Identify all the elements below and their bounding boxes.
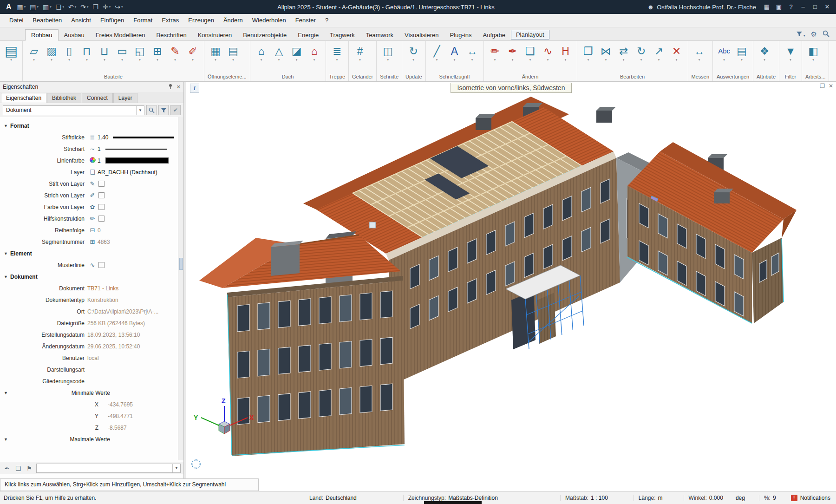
ribbon-btn-wall[interactable]: ▱▾: [25, 42, 43, 62]
favorites-combobox[interactable]: ▼: [36, 464, 181, 473]
ribbon-btn-anchor-red[interactable]: H▾: [557, 42, 575, 62]
status-field-land[interactable]: Land:Deutschland: [305, 495, 357, 501]
open-layout-icon[interactable]: ▤▾: [28, 1, 40, 13]
panel-tab-layer[interactable]: Layer: [113, 93, 137, 103]
panel-tab-connect[interactable]: Connect: [82, 93, 113, 103]
ribbon-btn-abc-text[interactable]: Abc▾: [715, 42, 733, 62]
folder-icon[interactable]: ❏: [14, 465, 22, 472]
info-icon[interactable]: i: [190, 84, 199, 93]
undo-icon[interactable]: ↶▾: [66, 1, 78, 13]
prop-value[interactable]: AR_DACHH (Dachhaut): [98, 169, 157, 176]
ribbon-btn-roof-hip[interactable]: ⌂▾: [253, 42, 270, 62]
ribbon-tab-beschriften[interactable]: Beschriften: [151, 30, 192, 40]
subsection-header-minimale-werte[interactable]: ▼Minimale Werte: [0, 387, 183, 399]
ribbon-btn-ceiling-grid[interactable]: ⊞▾: [149, 42, 166, 62]
section-header-format[interactable]: ▼Format: [0, 120, 183, 131]
ribbon-tab-tragwerk[interactable]: Tragwerk: [324, 30, 360, 40]
ribbon-btn-copy[interactable]: ❐▾: [580, 42, 597, 62]
status-field-[interactable]: %:9: [759, 495, 776, 501]
status-field-winkel[interactable]: Winkel:0.000deg: [684, 495, 745, 501]
ribbon-btn-mirror[interactable]: ⇄▾: [615, 42, 633, 62]
panel-tab-bibliothek[interactable]: Bibliothek: [47, 93, 81, 103]
ribbon-btn-roof-covering-red[interactable]: ⌂▾: [306, 42, 323, 62]
subsection-header-maximale-werte[interactable]: ▼Maximale Werte: [0, 433, 183, 445]
menu-extras[interactable]: Extras: [157, 14, 183, 27]
ribbon-btn-properties-big[interactable]: ▤▾: [2, 42, 20, 62]
notifications-button[interactable]: ! Notifications: [791, 495, 830, 501]
favorite-flag-icon[interactable]: ⚑: [25, 465, 33, 472]
allplan-logo[interactable]: A: [3, 3, 15, 11]
filter-funnel-icon[interactable]: [158, 105, 169, 115]
redo-icon[interactable]: ↷▾: [78, 1, 90, 13]
help-icon[interactable]: ?: [785, 1, 797, 13]
ribbon-btn-dimension[interactable]: ↔▾: [464, 42, 481, 62]
print-icon[interactable]: ▥▾: [41, 1, 53, 13]
ribbon-btn-workspace[interactable]: ◧▾: [804, 42, 822, 62]
ribbon-tab-planlayout[interactable]: Planlayout: [511, 30, 549, 39]
ribbon-btn-pen-red[interactable]: ✏▾: [486, 42, 504, 62]
menu-format[interactable]: Format: [129, 14, 157, 27]
ribbon-tab-visualisieren[interactable]: Visualisieren: [399, 30, 444, 40]
panel-scrollbar[interactable]: [178, 117, 183, 460]
export-icon[interactable]: ❏▾: [54, 1, 66, 13]
copy-icon[interactable]: ❐: [91, 1, 100, 13]
ribbon-btn-polyline-red[interactable]: ∿▾: [539, 42, 557, 62]
ribbon-btn-profile-wall[interactable]: ▨▾: [43, 42, 60, 62]
prop-checkbox[interactable]: [98, 262, 104, 268]
section-header-element[interactable]: ▼Element: [0, 248, 183, 259]
ribbon-btn-slab[interactable]: ▭▾: [113, 42, 131, 62]
menu-ansicht[interactable]: Ansicht: [66, 14, 96, 27]
ribbon-btn-roof-window[interactable]: ◪▾: [288, 42, 306, 62]
status-field-l-nge[interactable]: Länge:m: [634, 495, 663, 501]
ribbon-btn-line[interactable]: ╱▾: [428, 42, 446, 62]
chevron-down-icon[interactable]: ▼: [172, 464, 180, 472]
prop-value[interactable]: 1.40: [98, 134, 108, 141]
menu-wiederholen[interactable]: Wiederholen: [248, 14, 291, 27]
ribbon-btn-stretch[interactable]: ↗▾: [650, 42, 668, 62]
line-thickness-preview[interactable]: [113, 137, 174, 138]
user-account[interactable]: ☻ Ostfalia Hochschule Prof. Dr.- Elsche: [647, 3, 756, 11]
ribbon-btn-upstand-beam[interactable]: ⊔▾: [96, 42, 113, 62]
ribbon-btn-railing[interactable]: #▾: [351, 42, 369, 62]
tools-icon[interactable]: ✛▾: [101, 1, 112, 13]
ribbon-tab-konstruieren[interactable]: Konstruieren: [192, 30, 238, 40]
ribbon-btn-pipette-red[interactable]: ✒▾: [504, 42, 522, 62]
viewport-close-icon[interactable]: ✕: [829, 83, 833, 89]
apply-check-icon[interactable]: ✔: [170, 105, 181, 115]
ribbon-tab-ausbau[interactable]: Ausbau: [59, 30, 90, 40]
menu-fenster[interactable]: Fenster: [291, 14, 320, 27]
ribbon-btn-component-edit-red[interactable]: ✐▾: [184, 42, 202, 62]
pipette-icon[interactable]: ✒: [3, 465, 11, 472]
status-field-zeichnungstyp[interactable]: Zeichnungstyp:Maßstabs-Definition: [403, 495, 498, 501]
ribbon-btn-wall-edit-red[interactable]: ✎▾: [166, 42, 184, 62]
close-icon[interactable]: ✕: [821, 1, 833, 13]
prop-checkbox[interactable]: [98, 216, 104, 222]
prop-checkbox[interactable]: [98, 192, 104, 198]
apps-grid-icon[interactable]: ▦: [761, 1, 773, 13]
pin-icon[interactable]: [168, 84, 173, 90]
ribbon-btn-door-grid[interactable]: ▤▾: [224, 42, 242, 62]
filter-dropdown-icon[interactable]: ▾: [796, 31, 805, 38]
ribbon-tab-teamwork[interactable]: Teamwork: [360, 30, 399, 40]
menu-datei[interactable]: Datei: [5, 14, 28, 27]
ribbon-btn-section[interactable]: ◫▾: [379, 42, 397, 62]
prop-value[interactable]: 1: [98, 157, 101, 164]
ribbon-btn-update-3d[interactable]: ↻▾: [405, 42, 422, 62]
menu-ndern[interactable]: Ändern: [219, 14, 248, 27]
ribbon-btn-mirror-copy[interactable]: ⋈▾: [597, 42, 615, 62]
menu-erzeugen[interactable]: Erzeugen: [183, 14, 219, 27]
ribbon-btn-rotate[interactable]: ↻▾: [633, 42, 650, 62]
line-style-preview[interactable]: [105, 149, 167, 150]
ribbon-btn-roof-frame[interactable]: △▾: [270, 42, 288, 62]
axis-gizmo[interactable]: Z X Y: [193, 392, 258, 441]
section-expander-icon[interactable]: ▼: [4, 391, 10, 395]
line-color-swatch[interactable]: [105, 157, 169, 164]
menu-[interactable]: ?: [320, 14, 333, 27]
ribbon-btn-attributes[interactable]: ❖▾: [756, 42, 773, 62]
navigation-compass-icon[interactable]: [190, 458, 202, 470]
ribbon-btn-measure[interactable]: ↔▾: [691, 42, 708, 62]
ribbon-btn-room[interactable]: ◱▾: [131, 42, 149, 62]
menu-bearbeiten[interactable]: Bearbeiten: [28, 14, 66, 27]
search-plus-icon[interactable]: [146, 105, 157, 115]
section-expander-icon[interactable]: ▼: [4, 251, 10, 256]
